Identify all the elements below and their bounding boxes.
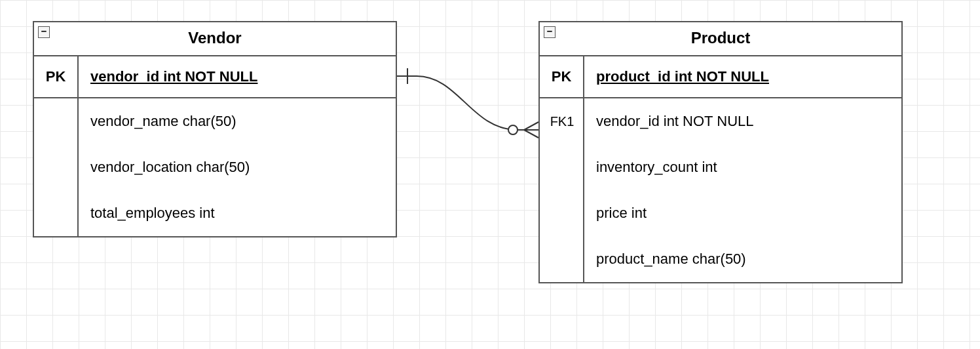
- pk-field: product_id int NOT NULL: [584, 56, 901, 97]
- pk-label: PK: [540, 56, 584, 97]
- field-row[interactable]: total_employees int: [79, 190, 396, 236]
- field-row[interactable]: inventory_count int: [584, 144, 901, 190]
- key-label: [34, 98, 79, 144]
- field-text: vendor_location char(50): [79, 159, 250, 176]
- entity-vendor[interactable]: − Vendor PK vendor_id int NOT NULL vendo…: [33, 21, 397, 237]
- pk-field: vendor_id int NOT NULL: [79, 56, 396, 97]
- field-text: vendor_id int NOT NULL: [584, 113, 754, 130]
- key-label: [540, 144, 584, 190]
- field-text: price int: [584, 205, 647, 222]
- key-label: [34, 144, 79, 190]
- entity-vendor-title: Vendor: [188, 29, 241, 47]
- entity-vendor-header[interactable]: − Vendor: [34, 22, 396, 56]
- collapse-icon[interactable]: −: [544, 26, 556, 38]
- svg-point-1: [508, 125, 518, 134]
- field-row[interactable]: price int: [584, 190, 901, 236]
- field-row[interactable]: vendor_id int NOT NULL: [584, 98, 901, 144]
- key-label: [540, 190, 584, 236]
- field-text: inventory_count int: [584, 159, 717, 176]
- field-row[interactable]: vendor_name char(50): [79, 98, 396, 144]
- field-text: total_employees int: [79, 205, 215, 222]
- entity-product[interactable]: − Product PK product_id int NOT NULL FK1…: [538, 21, 903, 283]
- key-label: [540, 236, 584, 282]
- key-label: [34, 190, 79, 236]
- diagram-canvas[interactable]: − Vendor PK vendor_id int NOT NULL vendo…: [0, 0, 980, 349]
- collapse-icon[interactable]: −: [38, 26, 50, 38]
- svg-line-4: [524, 130, 538, 138]
- entity-product-header[interactable]: − Product: [540, 22, 901, 56]
- entity-product-title: Product: [691, 29, 751, 47]
- entity-product-pk-row[interactable]: PK product_id int NOT NULL: [540, 56, 901, 98]
- svg-line-2: [524, 122, 538, 130]
- field-text: vendor_name char(50): [79, 113, 236, 130]
- pk-label: PK: [34, 56, 79, 97]
- field-row[interactable]: product_name char(50): [584, 236, 901, 282]
- entity-vendor-pk-row[interactable]: PK vendor_id int NOT NULL: [34, 56, 396, 98]
- key-label: FK1: [540, 98, 584, 144]
- field-text: product_name char(50): [584, 251, 746, 268]
- field-row[interactable]: vendor_location char(50): [79, 144, 396, 190]
